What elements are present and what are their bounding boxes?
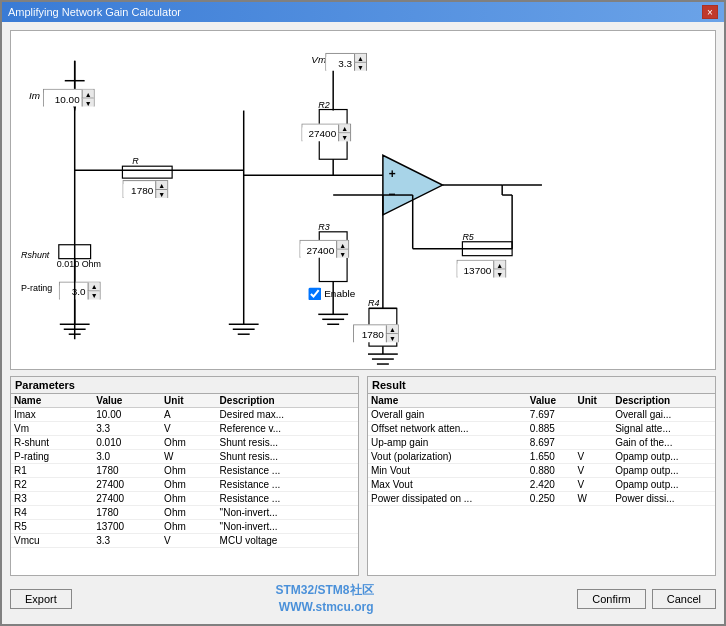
confirm-button[interactable]: Confirm	[577, 589, 646, 609]
table-row: R227400OhmResistance ...	[11, 478, 358, 492]
result-col-desc: Description	[612, 394, 715, 408]
svg-text:0.010 Ohm: 0.010 Ohm	[57, 259, 101, 269]
table-row: Imax10.00ADesired max...	[11, 408, 358, 422]
r5-up-btn[interactable]: ▲	[493, 261, 505, 270]
svg-text:R3: R3	[318, 222, 329, 232]
table-row: R-shunt0.010OhmShunt resis...	[11, 436, 358, 450]
r5-spinner[interactable]: ▲ ▼	[456, 260, 506, 278]
result-col-name: Name	[368, 394, 527, 408]
main-window: Amplifying Network Gain Calculator × Im	[0, 0, 726, 626]
footer-bar: Export STM32/STM8社区 WWW.stmcu.org Confir…	[10, 582, 716, 616]
action-buttons: Confirm Cancel	[577, 589, 716, 609]
table-row: R327400OhmResistance ...	[11, 492, 358, 506]
r1-up-btn[interactable]: ▲	[155, 181, 167, 190]
table-row: Min Vout0.880VOpamp outp...	[368, 464, 715, 478]
r2-down-btn[interactable]: ▼	[338, 133, 350, 141]
watermark-line2: WWW.stmcu.org	[276, 599, 374, 616]
im-up-btn[interactable]: ▲	[82, 90, 94, 99]
table-row: R41780Ohm"Non-invert...	[11, 506, 358, 520]
r4-up-btn[interactable]: ▲	[386, 325, 398, 334]
watermark-line1: STM32/STM8社区	[276, 582, 374, 599]
r1-spinner[interactable]: ▲ ▼	[122, 180, 168, 198]
params-col-value: Value	[93, 394, 161, 408]
close-button[interactable]: ×	[702, 5, 718, 19]
cancel-button[interactable]: Cancel	[652, 589, 716, 609]
r3-spinner[interactable]: ▲ ▼	[299, 240, 349, 258]
export-button[interactable]: Export	[10, 589, 72, 609]
params-col-name: Name	[11, 394, 93, 408]
svg-text:R: R	[132, 156, 139, 166]
result-section: Result Name Value Unit Description Overa…	[367, 376, 716, 576]
r1-down-btn[interactable]: ▼	[155, 190, 167, 198]
bottom-area: Parameters Name Value Unit Description I…	[10, 376, 716, 576]
params-table: Name Value Unit Description Imax10.00ADe…	[11, 394, 358, 548]
table-row: Up-amp gain8.697Gain of the...	[368, 436, 715, 450]
content-area: Im ▲ ▼ Rshunt	[2, 22, 724, 624]
table-row: R513700Ohm"Non-invert...	[11, 520, 358, 534]
r5-down-btn[interactable]: ▼	[493, 270, 505, 278]
result-table: Name Value Unit Description Overall gain…	[368, 394, 715, 506]
svg-text:R4: R4	[368, 298, 379, 308]
r4-spinner[interactable]: ▲ ▼	[353, 324, 399, 342]
prating-spinner[interactable]: ▲ ▼	[59, 282, 101, 300]
result-title: Result	[368, 377, 715, 394]
watermark: STM32/STM8社区 WWW.stmcu.org	[276, 582, 374, 616]
vm-spinner[interactable]: ▲ ▼	[325, 53, 367, 71]
table-row: Vout (polarization)1.650VOpamp outp...	[368, 450, 715, 464]
im-spinner[interactable]: ▲ ▼	[43, 89, 95, 107]
svg-text:+: +	[389, 167, 396, 181]
title-bar: Amplifying Network Gain Calculator ×	[2, 2, 724, 22]
svg-text:Vm: Vm	[311, 54, 326, 65]
im-label: Im	[29, 90, 40, 101]
svg-rect-14	[122, 166, 172, 178]
table-row: Overall gain7.697Overall gai...	[368, 408, 715, 422]
table-row: Offset network atten...0.885Signal atte.…	[368, 422, 715, 436]
svg-text:Rshunt: Rshunt	[21, 250, 50, 260]
im-down-btn[interactable]: ▼	[82, 99, 94, 107]
result-col-unit: Unit	[574, 394, 612, 408]
params-col-unit: Unit	[161, 394, 217, 408]
table-row: Max Vout2.420VOpamp outp...	[368, 478, 715, 492]
prating-down-btn[interactable]: ▼	[88, 291, 100, 299]
table-row: Vm3.3VReference v...	[11, 422, 358, 436]
result-col-value: Value	[527, 394, 575, 408]
table-row: Vmcu3.3VMCU voltage	[11, 534, 358, 548]
r2-up-btn[interactable]: ▲	[338, 124, 350, 133]
r4-down-btn[interactable]: ▼	[386, 334, 398, 342]
svg-text:R5: R5	[462, 232, 473, 242]
svg-text:−: −	[389, 187, 396, 201]
prating-up-btn[interactable]: ▲	[88, 283, 100, 292]
window-title: Amplifying Network Gain Calculator	[8, 6, 181, 18]
vm-up-btn[interactable]: ▲	[354, 54, 366, 63]
params-section: Parameters Name Value Unit Description I…	[10, 376, 359, 576]
params-title: Parameters	[11, 377, 358, 394]
vm-down-btn[interactable]: ▼	[354, 63, 366, 71]
enable-checkbox[interactable]	[308, 287, 321, 300]
schematic-area: Im ▲ ▼ Rshunt	[10, 30, 716, 370]
table-row: P-rating3.0WShunt resis...	[11, 450, 358, 464]
svg-text:P-rating: P-rating	[21, 283, 52, 293]
params-col-desc: Description	[217, 394, 358, 408]
svg-text:R2: R2	[318, 100, 329, 110]
table-row: Power dissipated on ...0.250WPower dissi…	[368, 492, 715, 506]
r3-down-btn[interactable]: ▼	[336, 250, 348, 258]
r3-up-btn[interactable]: ▲	[336, 241, 348, 250]
schematic-svg: Im ▲ ▼ Rshunt	[11, 31, 715, 369]
table-row: R11780OhmResistance ...	[11, 464, 358, 478]
r2-spinner[interactable]: ▲ ▼	[301, 123, 351, 141]
